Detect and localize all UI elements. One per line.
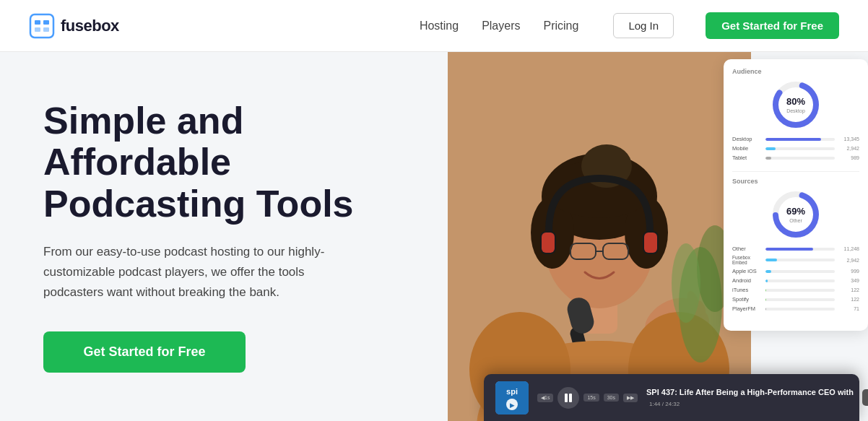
- header-cta-button[interactable]: Get Started for Free: [706, 12, 839, 39]
- player-play-controls: ◀1s 15s 30s ▶▶: [537, 387, 638, 409]
- hero-subtitle: From our easy-to-use podcast hosting to …: [43, 242, 354, 303]
- forward1-button[interactable]: ▶▶: [623, 394, 638, 402]
- svg-point-33: [672, 243, 700, 323]
- sources-donut-label: 69% Other: [786, 206, 805, 224]
- forward30-button[interactable]: 30s: [604, 394, 619, 402]
- analytics-title: Audience: [732, 68, 859, 75]
- sources-donut-chart: 69% Other: [771, 189, 821, 240]
- rewind-button[interactable]: ◀1s: [537, 394, 553, 402]
- stat-tablet: Tablet 989: [732, 155, 859, 161]
- divider: [732, 171, 859, 172]
- play-pause-button[interactable]: [557, 387, 579, 409]
- stat-android: Android 349: [732, 277, 859, 284]
- podcast-photo: [448, 52, 751, 421]
- logo-area: fusebox: [29, 13, 420, 39]
- player-info: SPI 437: Life After Being a High-Perform…: [646, 388, 854, 407]
- player-thumbnail: spi ▶: [495, 381, 529, 415]
- subscribe-button[interactable]: 🔔 Subscribe: [862, 389, 868, 406]
- logo-text: fusebox: [61, 17, 119, 35]
- hero-section: Simple and Affordable Podcasting Tools F…: [0, 52, 868, 421]
- main-nav: Hosting Players Pricing Log In Get Start…: [420, 12, 839, 39]
- episode-title: SPI 437: Life After Being a High-Perform…: [646, 388, 854, 396]
- desktop-pct: 80%: [786, 96, 805, 107]
- back15-button[interactable]: 15s: [583, 394, 599, 402]
- svg-rect-43: [569, 394, 572, 402]
- fusebox-logo-icon: [29, 13, 55, 39]
- stat-fusebox: Fusebox Embed 2,942: [732, 255, 859, 265]
- podcast-player: spi ▶ ◀1s 15s 30s ▶▶ SPI 437: Life: [484, 374, 859, 421]
- sources-title: Sources: [732, 178, 859, 185]
- stat-playerfm: PlayerFM 71: [732, 305, 859, 312]
- svg-rect-19: [542, 233, 555, 253]
- stat-itunes: iTunes 122: [732, 287, 859, 293]
- sources-pct: 69%: [786, 206, 805, 217]
- svg-rect-1: [35, 20, 40, 25]
- svg-rect-3: [35, 27, 40, 32]
- stat-spotify: Spotify 122: [732, 296, 859, 303]
- svg-rect-4: [43, 27, 49, 32]
- hero-cta-button[interactable]: Get Started for Free: [43, 331, 246, 373]
- svg-rect-0: [30, 14, 53, 38]
- analytics-panel: Audience 80% Desktop Desktop: [724, 59, 868, 331]
- login-button[interactable]: Log In: [613, 13, 674, 38]
- sources-donut-section: 69% Other Other 11,248 Fusebox Embed 2,9…: [732, 189, 859, 315]
- stat-other: Other 11,248: [732, 246, 859, 252]
- hero-left: Simple and Affordable Podcasting Tools F…: [0, 52, 448, 421]
- stat-mobile: Mobile 2,942: [732, 145, 859, 152]
- desktop-donut-section: 80% Desktop Desktop 13,345 Mobile 2,942: [732, 79, 859, 164]
- desktop-donut-label: 80% Desktop: [786, 96, 805, 114]
- nav-hosting[interactable]: Hosting: [420, 19, 459, 32]
- svg-text:▶: ▶: [510, 402, 515, 409]
- svg-rect-42: [565, 394, 568, 402]
- stat-desktop: Desktop 13,345: [732, 136, 859, 142]
- svg-rect-2: [43, 20, 49, 25]
- header: fusebox Hosting Players Pricing Log In G…: [0, 0, 868, 52]
- desktop-sub: Desktop: [786, 108, 805, 113]
- svg-rect-20: [644, 233, 657, 253]
- nav-players[interactable]: Players: [482, 19, 520, 32]
- sources-sub: Other: [789, 218, 802, 223]
- nav-pricing[interactable]: Pricing: [544, 19, 579, 32]
- hero-title: Simple and Affordable Podcasting Tools: [43, 100, 412, 225]
- stat-apple: Apple iOS 999: [732, 268, 859, 274]
- time-display: 1:44 / 24:32: [649, 401, 854, 407]
- desktop-donut-chart: 80% Desktop: [771, 79, 821, 130]
- svg-text:spi: spi: [506, 387, 518, 396]
- hero-right: Audience 80% Desktop Desktop: [448, 52, 868, 421]
